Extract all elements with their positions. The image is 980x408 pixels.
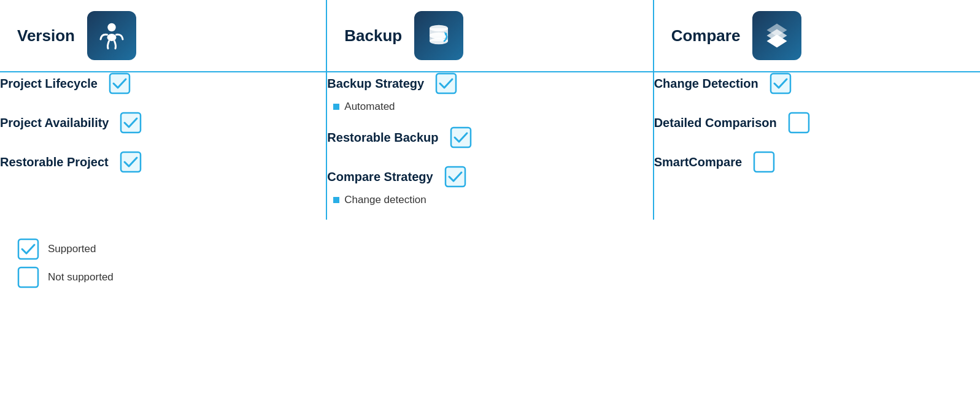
legend-not-supported-label: Not supported bbox=[48, 271, 114, 283]
sub-bullet bbox=[333, 197, 339, 203]
sub-items-list: Change detection bbox=[327, 194, 652, 206]
backup-feature-row: Restorable Backup bbox=[327, 126, 652, 148]
version-icon-box bbox=[87, 11, 136, 60]
compare-feature-row: Change Detection bbox=[654, 72, 980, 94]
version-features-list: Project LifecycleProject AvailabilityRes… bbox=[0, 72, 326, 173]
compare-feature-row: Detailed Comparison bbox=[654, 112, 980, 134]
checked-icon bbox=[450, 126, 472, 148]
svg-rect-21 bbox=[18, 268, 38, 287]
compare-features-list: Change DetectionDetailed ComparisonSmart… bbox=[654, 72, 980, 173]
svg-point-1 bbox=[107, 34, 116, 41]
version-features-cell: Project LifecycleProject AvailabilityRes… bbox=[0, 72, 326, 220]
database-icon bbox=[424, 21, 453, 50]
sub-item-text: Change detection bbox=[344, 194, 426, 206]
legend-supported-label: Supported bbox=[48, 243, 96, 255]
feature-label: Restorable Project bbox=[0, 155, 109, 169]
checked-icon bbox=[109, 72, 131, 94]
unchecked-icon bbox=[788, 112, 810, 134]
backup-feature-row: Compare Strategy bbox=[327, 166, 652, 188]
feature-label: Restorable Backup bbox=[327, 131, 438, 145]
backup-header: Backup bbox=[326, 0, 653, 72]
person-icon bbox=[97, 21, 126, 50]
version-feature-row: Project Lifecycle bbox=[0, 72, 326, 94]
version-header: Version bbox=[0, 0, 326, 72]
compare-title: Compare bbox=[671, 26, 741, 45]
svg-point-0 bbox=[107, 23, 116, 32]
feature-label: Detailed Comparison bbox=[654, 116, 777, 130]
sub-item: Change detection bbox=[333, 194, 652, 206]
backup-icon-box bbox=[414, 11, 463, 60]
backup-feature-row: Backup Strategy bbox=[327, 72, 652, 94]
version-title: Version bbox=[17, 26, 75, 45]
checked-icon bbox=[435, 72, 457, 94]
backup-title: Backup bbox=[344, 26, 402, 45]
checked-icon bbox=[444, 166, 466, 188]
legend-checked-icon bbox=[17, 238, 39, 260]
feature-label: Backup Strategy bbox=[327, 77, 424, 91]
feature-label: Project Availability bbox=[0, 116, 109, 130]
legend-not-supported: Not supported bbox=[17, 266, 963, 288]
compare-feature-row: SmartCompare bbox=[654, 151, 980, 173]
compare-header: Compare bbox=[654, 0, 980, 72]
sub-bullet bbox=[333, 104, 339, 110]
sub-item-text: Automated bbox=[344, 101, 395, 113]
feature-label: Compare Strategy bbox=[327, 170, 433, 184]
layers-icon bbox=[762, 21, 792, 50]
version-feature-row: Project Availability bbox=[0, 112, 326, 134]
backup-features-list: Backup StrategyAutomatedRestorable Backu… bbox=[327, 72, 652, 206]
legend-supported: Supported bbox=[17, 238, 963, 260]
backup-features-cell: Backup StrategyAutomatedRestorable Backu… bbox=[326, 72, 653, 220]
svg-rect-19 bbox=[754, 152, 774, 172]
sub-items-list: Automated bbox=[327, 101, 652, 113]
legend-cell: Supported Not supported bbox=[0, 220, 980, 312]
sub-item: Automated bbox=[333, 101, 652, 113]
checked-icon bbox=[120, 151, 142, 173]
unchecked-icon bbox=[753, 151, 775, 173]
checked-icon bbox=[770, 72, 792, 94]
feature-label: SmartCompare bbox=[654, 155, 742, 169]
checked-icon bbox=[120, 112, 142, 134]
version-feature-row: Restorable Project bbox=[0, 151, 326, 173]
compare-icon-box bbox=[752, 11, 801, 60]
feature-label: Change Detection bbox=[654, 77, 758, 91]
feature-label: Project Lifecycle bbox=[0, 77, 98, 91]
compare-features-cell: Change DetectionDetailed ComparisonSmart… bbox=[654, 72, 980, 220]
legend-unchecked-icon bbox=[17, 266, 39, 288]
svg-rect-18 bbox=[789, 113, 809, 133]
